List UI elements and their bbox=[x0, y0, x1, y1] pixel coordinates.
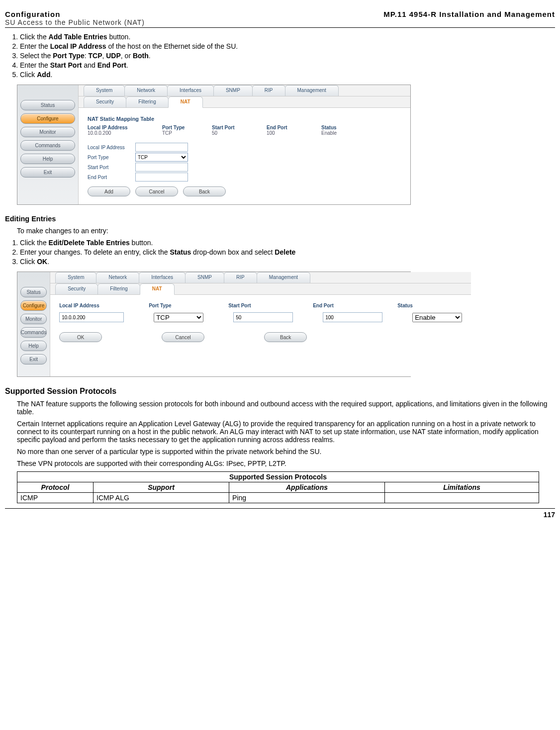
sidebar-status[interactable]: Status bbox=[20, 287, 47, 297]
sidebar-status[interactable]: Status bbox=[20, 100, 75, 110]
label-end-port: End Port bbox=[88, 175, 132, 180]
select-status[interactable]: Enable bbox=[412, 313, 462, 322]
header-right: MP.11 4954-R Installation and Management bbox=[383, 10, 555, 26]
screenshot-add-entry: Status Configure Monitor Commands Help E… bbox=[17, 85, 411, 205]
editing-entries-heading: Editing Entries bbox=[5, 215, 555, 223]
step-1: Click the Add Table Entries button. bbox=[20, 33, 555, 41]
edit-row: TCP Enable bbox=[59, 312, 462, 322]
header-title: Configuration bbox=[5, 10, 145, 18]
label-port-type: Port Type bbox=[88, 155, 132, 160]
proto-p1: The NAT feature supports the following s… bbox=[17, 400, 555, 416]
table-header: Local IP Address Port Type Start Port En… bbox=[59, 303, 462, 308]
sidebar: Status Configure Monitor Commands Help E… bbox=[17, 272, 50, 376]
add-entry-steps: Click the Add Table Entries button. Ente… bbox=[20, 33, 555, 79]
sidebar-exit[interactable]: Exit bbox=[20, 354, 47, 365]
subtab-security[interactable]: Security bbox=[55, 283, 98, 294]
table-header: Local IP Address Port Type Start Port En… bbox=[88, 125, 401, 130]
panel-title: NAT Static Mapping Table bbox=[88, 116, 401, 122]
subtab-nat[interactable]: NAT bbox=[168, 96, 203, 108]
sidebar-commands[interactable]: Commands bbox=[20, 327, 47, 338]
protocols-table: Supported Session Protocols Protocol Sup… bbox=[17, 471, 539, 503]
subtab-filtering[interactable]: Filtering bbox=[97, 283, 140, 294]
tab-management[interactable]: Management bbox=[285, 85, 339, 96]
tab-network[interactable]: Network bbox=[124, 85, 168, 96]
step-5: Click Add. bbox=[20, 71, 555, 79]
proto-p3: No more than one server of a particular … bbox=[17, 448, 555, 456]
sidebar-monitor[interactable]: Monitor bbox=[20, 127, 75, 137]
step-2: Enter the Local IP Address of the host o… bbox=[20, 42, 555, 50]
table-caption: Supported Session Protocols bbox=[17, 472, 539, 482]
tab-interfaces[interactable]: Interfaces bbox=[167, 85, 214, 96]
col-support: Support bbox=[93, 482, 229, 493]
sidebar-exit[interactable]: Exit bbox=[20, 167, 75, 178]
tab-network[interactable]: Network bbox=[96, 272, 139, 283]
tabs-top: System Network Interfaces SNMP RIP Manag… bbox=[50, 272, 471, 283]
label-local-ip: Local IP Address bbox=[88, 145, 132, 150]
tab-rip[interactable]: RIP bbox=[252, 85, 285, 96]
col-applications: Applications bbox=[229, 482, 385, 493]
tab-interfaces[interactable]: Interfaces bbox=[139, 272, 186, 283]
header-subtitle: SU Access to the Public Network (NAT) bbox=[5, 18, 145, 26]
input-end-port[interactable] bbox=[323, 312, 382, 322]
subtab-security[interactable]: Security bbox=[84, 96, 126, 107]
edit-entry-steps: Click the Edit/Delete Table Entries butt… bbox=[20, 239, 555, 266]
supported-protocols-heading: Supported Session Protocols bbox=[5, 387, 555, 396]
subtab-filtering[interactable]: Filtering bbox=[126, 96, 169, 107]
subtab-nat[interactable]: NAT bbox=[140, 283, 175, 295]
cancel-button[interactable]: Cancel bbox=[135, 186, 178, 196]
edit-step-2: Enter your changes. To delete an entry, … bbox=[20, 248, 555, 256]
step-4: Enter the Start Port and End Port. bbox=[20, 61, 555, 69]
input-ip[interactable] bbox=[59, 312, 124, 322]
table-row: ICMP ICMP ALG Ping bbox=[17, 493, 539, 503]
tab-snmp[interactable]: SNMP bbox=[213, 85, 253, 96]
tab-snmp[interactable]: SNMP bbox=[185, 272, 224, 283]
col-limitations: Limitations bbox=[385, 482, 539, 493]
sidebar-help[interactable]: Help bbox=[20, 341, 47, 351]
sidebar-commands[interactable]: Commands bbox=[20, 140, 75, 151]
tab-system[interactable]: System bbox=[84, 85, 125, 96]
proto-p2: Certain Internet applications require an… bbox=[17, 420, 555, 444]
editing-intro: To make changes to an entry: bbox=[17, 227, 555, 235]
sidebar-help[interactable]: Help bbox=[20, 154, 75, 164]
edit-step-3: Click OK. bbox=[20, 258, 555, 266]
label-start-port: Start Port bbox=[88, 165, 132, 170]
sidebar-configure[interactable]: Configure bbox=[20, 300, 47, 311]
input-start-port[interactable] bbox=[135, 163, 188, 172]
sidebar-configure[interactable]: Configure bbox=[20, 113, 75, 124]
header-left: Configuration SU Access to the Public Ne… bbox=[5, 10, 145, 26]
input-local-ip[interactable] bbox=[135, 143, 188, 152]
proto-p4: These VPN protocols are supported with t… bbox=[17, 459, 555, 467]
input-start-port[interactable] bbox=[233, 312, 293, 322]
tab-system[interactable]: System bbox=[55, 272, 96, 283]
col-protocol: Protocol bbox=[17, 482, 93, 493]
tab-management[interactable]: Management bbox=[257, 272, 310, 283]
tab-rip[interactable]: RIP bbox=[224, 272, 257, 283]
step-3: Select the Port Type: TCP, UDP, or Both. bbox=[20, 52, 555, 60]
sidebar: Status Configure Monitor Commands Help E… bbox=[17, 85, 78, 204]
sidebar-monitor[interactable]: Monitor bbox=[20, 314, 47, 324]
back-button[interactable]: Back bbox=[183, 186, 226, 196]
back-button[interactable]: Back bbox=[264, 332, 307, 342]
page-number: 117 bbox=[5, 508, 555, 519]
tabs-top: System Network Interfaces SNMP RIP Manag… bbox=[79, 85, 410, 96]
select-port-type[interactable]: TCP bbox=[154, 313, 203, 322]
edit-step-1: Click the Edit/Delete Table Entries butt… bbox=[20, 239, 555, 247]
tabs-sub: Security Filtering NAT bbox=[79, 96, 410, 108]
page-header: Configuration SU Access to the Public Ne… bbox=[5, 10, 555, 28]
ok-button[interactable]: OK bbox=[59, 332, 102, 342]
tabs-sub: Security Filtering NAT bbox=[50, 283, 471, 295]
add-button[interactable]: Add bbox=[88, 186, 130, 196]
select-port-type[interactable]: TCP bbox=[135, 153, 188, 162]
input-end-port[interactable] bbox=[135, 173, 188, 182]
cancel-button[interactable]: Cancel bbox=[162, 332, 204, 342]
screenshot-edit-entry: Status Configure Monitor Commands Help E… bbox=[17, 272, 411, 377]
table-row: 10.0.0.200 TCP 50 100 Enable bbox=[88, 130, 401, 136]
